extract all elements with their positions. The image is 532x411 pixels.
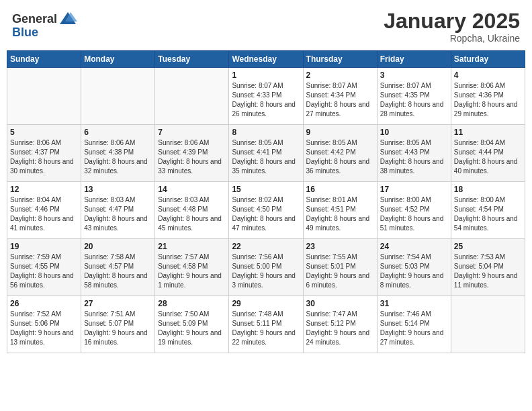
day-info: Sunrise: 8:01 AM Sunset: 4:51 PM Dayligh… <box>306 195 374 233</box>
day-number: 15 <box>232 185 300 194</box>
day-number: 23 <box>306 242 374 251</box>
day-number: 25 <box>454 242 522 251</box>
day-number: 16 <box>306 185 374 194</box>
day-number: 1 <box>232 71 300 80</box>
calendar-cell: 15Sunrise: 8:02 AM Sunset: 4:50 PM Dayli… <box>229 182 303 239</box>
day-info: Sunrise: 7:56 AM Sunset: 5:00 PM Dayligh… <box>232 253 300 290</box>
day-number: 30 <box>306 299 374 308</box>
calendar-cell <box>155 68 229 125</box>
week-row-2: 5Sunrise: 8:06 AM Sunset: 4:37 PM Daylig… <box>7 125 525 182</box>
day-number: 4 <box>454 71 522 80</box>
weekday-header-sunday: Sunday <box>7 51 81 68</box>
calendar-cell <box>81 68 155 125</box>
day-number: 7 <box>158 128 226 137</box>
day-info: Sunrise: 8:02 AM Sunset: 4:50 PM Dayligh… <box>232 195 300 233</box>
day-number: 20 <box>84 242 152 251</box>
day-info: Sunrise: 7:46 AM Sunset: 5:14 PM Dayligh… <box>380 310 448 347</box>
week-row-3: 12Sunrise: 8:04 AM Sunset: 4:46 PM Dayli… <box>7 182 525 239</box>
calendar-cell: 6Sunrise: 8:06 AM Sunset: 4:38 PM Daylig… <box>81 125 155 182</box>
day-info: Sunrise: 8:03 AM Sunset: 4:48 PM Dayligh… <box>158 195 226 233</box>
calendar-cell: 1Sunrise: 8:07 AM Sunset: 4:33 PM Daylig… <box>229 68 303 125</box>
logo-icon <box>58 9 77 28</box>
day-number: 6 <box>84 128 152 137</box>
day-info: Sunrise: 8:05 AM Sunset: 4:43 PM Dayligh… <box>380 138 448 176</box>
calendar-cell: 18Sunrise: 8:00 AM Sunset: 4:54 PM Dayli… <box>451 182 525 239</box>
day-number: 29 <box>232 299 300 308</box>
weekday-header-thursday: Thursday <box>303 51 377 68</box>
calendar-cell: 22Sunrise: 7:56 AM Sunset: 5:00 PM Dayli… <box>229 239 303 296</box>
week-row-4: 19Sunrise: 7:59 AM Sunset: 4:55 PM Dayli… <box>7 239 525 296</box>
calendar-cell: 28Sunrise: 7:50 AM Sunset: 5:09 PM Dayli… <box>155 296 229 353</box>
day-info: Sunrise: 7:50 AM Sunset: 5:09 PM Dayligh… <box>158 310 226 347</box>
calendar-cell: 26Sunrise: 7:52 AM Sunset: 5:06 PM Dayli… <box>7 296 81 353</box>
day-number: 27 <box>84 299 152 308</box>
day-info: Sunrise: 8:05 AM Sunset: 4:41 PM Dayligh… <box>232 138 300 176</box>
week-row-1: 1Sunrise: 8:07 AM Sunset: 4:33 PM Daylig… <box>7 68 525 125</box>
day-number: 17 <box>380 185 448 194</box>
day-number: 19 <box>10 242 78 251</box>
day-number: 9 <box>306 128 374 137</box>
day-number: 13 <box>84 185 152 194</box>
day-info: Sunrise: 8:04 AM Sunset: 4:46 PM Dayligh… <box>10 195 78 233</box>
day-info: Sunrise: 7:52 AM Sunset: 5:06 PM Dayligh… <box>10 310 78 347</box>
day-info: Sunrise: 7:51 AM Sunset: 5:07 PM Dayligh… <box>84 310 152 347</box>
calendar-cell: 4Sunrise: 8:06 AM Sunset: 4:36 PM Daylig… <box>451 68 525 125</box>
calendar-cell: 17Sunrise: 8:00 AM Sunset: 4:52 PM Dayli… <box>377 182 451 239</box>
day-info: Sunrise: 7:59 AM Sunset: 4:55 PM Dayligh… <box>10 253 78 290</box>
day-number: 21 <box>158 242 226 251</box>
calendar-cell: 29Sunrise: 7:48 AM Sunset: 5:11 PM Dayli… <box>229 296 303 353</box>
day-info: Sunrise: 8:06 AM Sunset: 4:36 PM Dayligh… <box>454 81 522 119</box>
calendar-cell: 24Sunrise: 7:54 AM Sunset: 5:03 PM Dayli… <box>377 239 451 296</box>
day-number: 18 <box>454 185 522 194</box>
calendar-cell: 25Sunrise: 7:53 AM Sunset: 5:04 PM Dayli… <box>451 239 525 296</box>
week-row-5: 26Sunrise: 7:52 AM Sunset: 5:06 PM Dayli… <box>7 296 525 353</box>
calendar-cell: 19Sunrise: 7:59 AM Sunset: 4:55 PM Dayli… <box>7 239 81 296</box>
day-info: Sunrise: 8:06 AM Sunset: 4:38 PM Dayligh… <box>84 138 152 176</box>
calendar-cell: 5Sunrise: 8:06 AM Sunset: 4:37 PM Daylig… <box>7 125 81 182</box>
day-number: 5 <box>10 128 78 137</box>
calendar-cell: 8Sunrise: 8:05 AM Sunset: 4:41 PM Daylig… <box>229 125 303 182</box>
calendar-cell: 11Sunrise: 8:04 AM Sunset: 4:44 PM Dayli… <box>451 125 525 182</box>
day-number: 8 <box>232 128 300 137</box>
month-title: January 2025 <box>384 9 520 33</box>
day-info: Sunrise: 7:57 AM Sunset: 4:58 PM Dayligh… <box>158 253 226 290</box>
day-number: 12 <box>10 185 78 194</box>
day-number: 22 <box>232 242 300 251</box>
day-info: Sunrise: 7:47 AM Sunset: 5:12 PM Dayligh… <box>306 310 374 347</box>
calendar-cell: 10Sunrise: 8:05 AM Sunset: 4:43 PM Dayli… <box>377 125 451 182</box>
calendar-cell: 14Sunrise: 8:03 AM Sunset: 4:48 PM Dayli… <box>155 182 229 239</box>
weekday-header-wednesday: Wednesday <box>229 51 303 68</box>
day-number: 14 <box>158 185 226 194</box>
location: Ropcha, Ukraine <box>384 33 520 44</box>
calendar-cell: 13Sunrise: 8:03 AM Sunset: 4:47 PM Dayli… <box>81 182 155 239</box>
calendar-cell <box>451 296 525 353</box>
page-header: General Blue January 2025 Ropcha, Ukrain… <box>7 7 525 46</box>
day-info: Sunrise: 8:06 AM Sunset: 4:37 PM Dayligh… <box>10 138 78 176</box>
day-info: Sunrise: 8:04 AM Sunset: 4:44 PM Dayligh… <box>454 138 522 176</box>
day-number: 28 <box>158 299 226 308</box>
calendar-cell: 16Sunrise: 8:01 AM Sunset: 4:51 PM Dayli… <box>303 182 377 239</box>
day-info: Sunrise: 8:07 AM Sunset: 4:34 PM Dayligh… <box>306 81 374 119</box>
logo-blue: Blue <box>12 26 38 40</box>
weekday-header-friday: Friday <box>377 51 451 68</box>
logo: General Blue <box>12 9 77 40</box>
calendar-cell: 9Sunrise: 8:05 AM Sunset: 4:42 PM Daylig… <box>303 125 377 182</box>
calendar-cell: 27Sunrise: 7:51 AM Sunset: 5:07 PM Dayli… <box>81 296 155 353</box>
day-info: Sunrise: 8:05 AM Sunset: 4:42 PM Dayligh… <box>306 138 374 176</box>
day-info: Sunrise: 8:07 AM Sunset: 4:35 PM Dayligh… <box>380 81 448 119</box>
calendar-cell: 21Sunrise: 7:57 AM Sunset: 4:58 PM Dayli… <box>155 239 229 296</box>
calendar-cell: 7Sunrise: 8:06 AM Sunset: 4:39 PM Daylig… <box>155 125 229 182</box>
title-block: January 2025 Ropcha, Ukraine <box>384 9 520 44</box>
calendar-cell: 20Sunrise: 7:58 AM Sunset: 4:57 PM Dayli… <box>81 239 155 296</box>
day-info: Sunrise: 8:06 AM Sunset: 4:39 PM Dayligh… <box>158 138 226 176</box>
calendar-cell: 12Sunrise: 8:04 AM Sunset: 4:46 PM Dayli… <box>7 182 81 239</box>
day-number: 2 <box>306 71 374 80</box>
day-info: Sunrise: 7:58 AM Sunset: 4:57 PM Dayligh… <box>84 253 152 290</box>
calendar-table: SundayMondayTuesdayWednesdayThursdayFrid… <box>7 50 525 353</box>
weekday-header-tuesday: Tuesday <box>155 51 229 68</box>
day-number: 26 <box>10 299 78 308</box>
day-number: 31 <box>380 299 448 308</box>
calendar-cell: 2Sunrise: 8:07 AM Sunset: 4:34 PM Daylig… <box>303 68 377 125</box>
day-info: Sunrise: 8:07 AM Sunset: 4:33 PM Dayligh… <box>232 81 300 119</box>
day-number: 24 <box>380 242 448 251</box>
